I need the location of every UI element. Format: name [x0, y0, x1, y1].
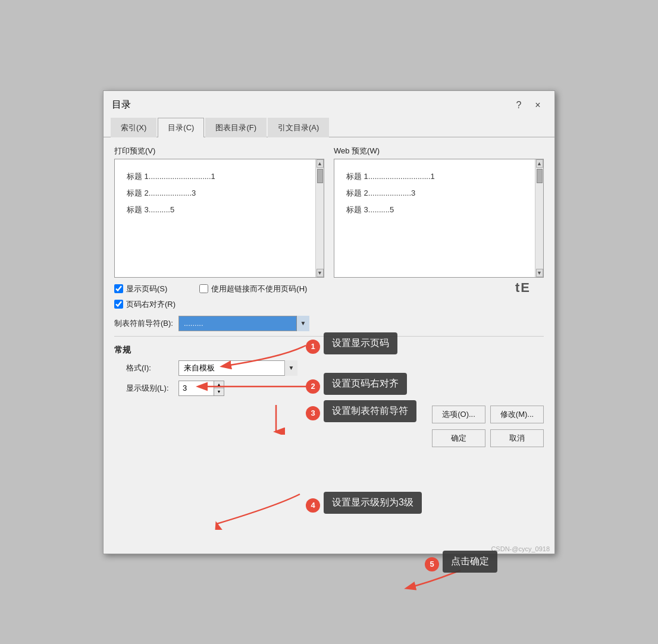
web-preview-section: Web 预览(W) 标题 1..........................… — [334, 146, 544, 278]
level-field-row: 显示级别(L): ▲ ▼ — [126, 381, 544, 396]
web-row-1: 标题 1.............................1 — [346, 169, 531, 184]
print-preview-label: 打印预览(V) — [114, 146, 324, 156]
tab-leader-row: 制表符前导符(B): ......... --------- ________ … — [114, 316, 544, 331]
tab-citation[interactable]: 引文目录(A) — [268, 118, 329, 137]
print-row-1: 标题 1.............................1 — [127, 169, 312, 184]
web-preview-content: 标题 1.............................1 标题 2.… — [334, 159, 543, 228]
tab-leader-dropdown-wrapper: ......... --------- ________ (无) ▼ — [178, 316, 309, 331]
options-row-1: 显示页码(S) 使用超链接而不使用页码(H) — [114, 284, 544, 294]
previews-row: 打印预览(V) 标题 1............................… — [114, 146, 544, 278]
title-bar: 目录 ? × — [104, 91, 554, 117]
modify-button[interactable]: 修改(M)... — [490, 406, 544, 423]
dialog-body: 打印预览(V) 标题 1............................… — [104, 137, 554, 464]
print-row-2-text: 标题 2....................3 — [127, 186, 196, 201]
web-row-2: 标题 2....................3 — [346, 186, 531, 201]
web-scrollbar: ▲ ▼ — [535, 159, 543, 277]
print-scroll-up[interactable]: ▲ — [317, 159, 324, 168]
format-select[interactable]: 来自模板 经典 典雅 流行 正式 简单 — [178, 360, 297, 376]
web-row-1-text: 标题 1.............................1 — [346, 169, 435, 184]
print-row-3-text: 标题 3..........5 — [127, 202, 174, 218]
tab-toc[interactable]: 目录(C) — [158, 118, 204, 137]
print-row-2: 标题 2....................3 — [127, 186, 312, 201]
dialog-title: 目录 — [112, 99, 131, 111]
confirm-button[interactable]: 确定 — [432, 429, 485, 447]
web-preview-label: Web 预览(W) — [334, 146, 544, 156]
use-hyperlink-input[interactable] — [199, 284, 208, 293]
level-spinner-wrapper: ▲ ▼ — [178, 381, 224, 396]
options-button[interactable]: 选项(O)... — [432, 406, 485, 423]
tab-leader-select[interactable]: ......... --------- ________ (无) — [178, 316, 309, 331]
print-scroll-thumb[interactable] — [317, 169, 323, 183]
print-scrollbar: ▲ ▼ — [315, 159, 324, 277]
show-page-num-input[interactable] — [114, 284, 123, 293]
annotation-tooltip-5: 点击确定 — [443, 551, 497, 573]
arrow-4 — [181, 488, 312, 530]
web-preview-box: 标题 1.............................1 标题 2.… — [334, 159, 544, 278]
level-input[interactable] — [178, 381, 214, 396]
right-align-label: 页码右对齐(R) — [126, 299, 176, 310]
options-row-2: 页码右对齐(R) — [114, 299, 544, 310]
web-row-2-text: 标题 2....................3 — [346, 186, 415, 201]
web-scroll-thumb[interactable] — [537, 169, 543, 183]
level-spinner-down[interactable]: ▼ — [214, 388, 224, 395]
general-section: 常规 格式(I): 来自模板 经典 典雅 流行 正式 简单 ▼ — [114, 345, 544, 396]
title-buttons: ? × — [510, 97, 546, 114]
level-label: 显示级别(L): — [126, 383, 174, 394]
tabs-bar: 索引(X) 目录(C) 图表目录(F) 引文目录(A) — [104, 117, 554, 137]
cancel-button[interactable]: 取消 — [490, 429, 544, 447]
use-hyperlink-checkbox[interactable]: 使用超链接而不使用页码(H) — [199, 284, 307, 294]
show-page-num-checkbox[interactable]: 显示页码(S) — [114, 284, 167, 294]
confirm-row: 确定 取消 — [114, 429, 544, 455]
tab-leader-dropdown-arrow[interactable]: ▼ — [296, 316, 309, 331]
show-page-num-label: 显示页码(S) — [126, 284, 167, 294]
level-spinner-up[interactable]: ▲ — [214, 381, 224, 389]
print-preview-box: 标题 1.............................1 标题 2.… — [114, 159, 324, 278]
divider-1 — [114, 336, 544, 337]
web-row-3-text: 标题 3..........5 — [346, 202, 394, 218]
close-button[interactable]: × — [529, 97, 546, 114]
dialog-container: 目录 ? × 索引(X) 目录(C) 图表目录(F) 引文目录(A) 打印预览(… — [103, 90, 555, 554]
right-align-input[interactable] — [114, 300, 123, 309]
right-align-checkbox[interactable]: 页码右对齐(R) — [114, 299, 176, 310]
bottom-buttons-row: 选项(O)... 修改(M)... — [114, 406, 544, 423]
web-row-3: 标题 3..........5 — [346, 202, 531, 218]
web-scroll-up[interactable]: ▲ — [536, 159, 543, 168]
tab-figure[interactable]: 图表目录(F) — [205, 118, 267, 137]
annotation-circle-4: 4 — [306, 498, 320, 513]
tab-leader-label: 制表符前导符(B): — [114, 318, 174, 329]
tab-index[interactable]: 索引(X) — [111, 118, 156, 137]
annotation-circle-5: 5 — [425, 557, 439, 571]
format-dropdown-wrapper: 来自模板 经典 典雅 流行 正式 简单 ▼ — [178, 360, 297, 376]
print-scroll-down[interactable]: ▼ — [317, 269, 324, 277]
use-hyperlink-label: 使用超链接而不使用页码(H) — [211, 284, 307, 294]
print-row-1-text: 标题 1.............................1 — [127, 169, 215, 184]
annotation-tooltip-4: 设置显示级别为3级 — [324, 492, 422, 514]
help-button[interactable]: ? — [510, 97, 527, 114]
format-label: 格式(I): — [126, 363, 174, 373]
watermark: CSDN-@cycy_0918 — [491, 545, 550, 552]
print-preview-content: 标题 1.............................1 标题 2.… — [115, 159, 324, 228]
arrow-5 — [377, 564, 472, 594]
print-preview-section: 打印预览(V) 标题 1............................… — [114, 146, 324, 278]
level-spinner-buttons: ▲ ▼ — [214, 381, 224, 396]
general-title: 常规 — [114, 345, 544, 356]
format-dropdown-arrow[interactable]: ▼ — [284, 360, 297, 376]
web-scroll-down[interactable]: ▼ — [536, 269, 543, 277]
print-row-3: 标题 3..........5 — [127, 202, 312, 218]
format-field-row: 格式(I): 来自模板 经典 典雅 流行 正式 简单 ▼ — [126, 360, 544, 376]
